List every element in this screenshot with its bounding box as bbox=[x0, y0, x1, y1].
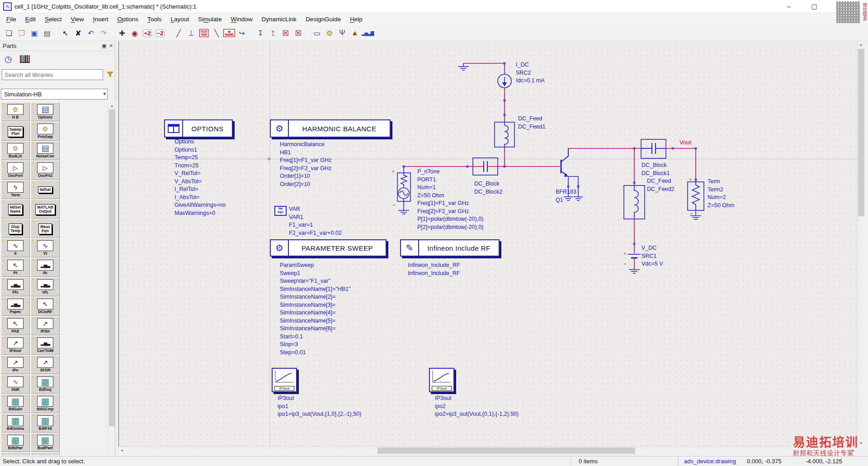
ip3out-component-1[interactable]: IP3out bbox=[272, 368, 297, 392]
part-item[interactable]: ▦ BdGain bbox=[1, 394, 30, 413]
part-item[interactable]: ▂▅▃ Vfc bbox=[31, 277, 60, 296]
part-item[interactable]: ▂▅▃ Pfc bbox=[1, 277, 30, 296]
deactivate-short[interactable]: ☒ bbox=[292, 27, 304, 39]
part-item[interactable]: ∿ SNR bbox=[1, 375, 30, 394]
menu-item[interactable]: Layout bbox=[166, 14, 193, 24]
part-item[interactable]: ⚙ H B bbox=[1, 102, 30, 121]
options-controller[interactable]: OPTIONS bbox=[164, 119, 233, 138]
part-item[interactable]: ϟ Term bbox=[1, 180, 30, 199]
menu-item[interactable]: View bbox=[66, 14, 89, 24]
open-design[interactable]: ❒ bbox=[16, 27, 28, 39]
tune-parameters[interactable]: Ψ bbox=[336, 27, 348, 39]
library-browser-icon[interactable] bbox=[20, 55, 30, 63]
dcfeed2-params[interactable]: DC_FeedDC_Feed2 bbox=[647, 177, 674, 193]
data-display-window[interactable]: ▭ bbox=[311, 27, 323, 39]
part-item[interactable]: MATLAB Output bbox=[31, 200, 60, 219]
zoom-out[interactable]: −2 bbox=[154, 27, 166, 39]
simulation-settings[interactable]: ⚙ bbox=[324, 27, 335, 39]
maximize-button[interactable]: ▢ bbox=[804, 0, 825, 13]
node-name[interactable]: ◆ NAME bbox=[223, 27, 235, 39]
part-item[interactable]: ↖ Pt bbox=[1, 258, 30, 277]
scroll-thumb[interactable] bbox=[377, 447, 635, 454]
var-params[interactable]: VARVAR1F1_var=1F2_var=F1_var+0.02 bbox=[289, 205, 342, 237]
part-item[interactable]: Disp Temp bbox=[1, 219, 30, 238]
vdc-params[interactable]: V_DCSRC1Vdc=5 V bbox=[642, 244, 663, 268]
select-pointer[interactable]: ↖ bbox=[60, 27, 71, 39]
palette-dropdown[interactable]: Simulation-HB ▾ bbox=[1, 89, 108, 100]
pan[interactable]: ✚ bbox=[116, 27, 128, 39]
menu-item[interactable]: Select bbox=[40, 14, 66, 24]
history-icon[interactable]: ◷ bbox=[5, 54, 12, 64]
simulate[interactable]: ▲ bbox=[349, 27, 361, 39]
ip3out-component-2[interactable]: IP3out bbox=[429, 368, 454, 392]
menu-item[interactable]: Help bbox=[345, 14, 367, 24]
filter-icon[interactable] bbox=[107, 71, 113, 80]
part-item[interactable]: ▦ bbox=[31, 452, 60, 455]
menu-item[interactable]: Window bbox=[226, 14, 257, 24]
part-item[interactable]: ↖ PAE bbox=[1, 316, 30, 335]
menu-item[interactable]: Options bbox=[113, 14, 143, 24]
dcblock1-params[interactable]: DC_BlockDC_Block1 bbox=[642, 162, 670, 177]
menu-item[interactable]: DesignGuide bbox=[301, 14, 345, 24]
ip3out1-params[interactable]: IP3outipo1ipo1=ip3_out(Vout,{1,0},{2,-1}… bbox=[278, 395, 361, 418]
part-item[interactable]: ⚙ PrmSwp bbox=[31, 122, 60, 141]
horizontal-scrollbar[interactable]: ◂ ▸ bbox=[118, 447, 857, 454]
part-item[interactable]: ▦ BdIP3d bbox=[31, 414, 60, 433]
pop-out-of-hierarchy[interactable]: ↥ bbox=[267, 27, 279, 39]
part-item[interactable]: ⚙ BudLin bbox=[1, 141, 30, 160]
q1-params[interactable]: BFR183Q1 bbox=[556, 188, 576, 204]
deactivate-component[interactable]: ☒ bbox=[280, 27, 292, 39]
part-item[interactable]: ↗ IPn bbox=[1, 355, 30, 374]
hb-params[interactable]: HarmonicBalanceHB1Freq[1]=F1_var GHzFreq… bbox=[280, 141, 331, 188]
part-item[interactable]: ▂▅▃ Ifc bbox=[31, 258, 60, 277]
part-item[interactable]: ▦ BdNPwr bbox=[1, 433, 30, 452]
new-design[interactable]: ❏ bbox=[3, 27, 15, 39]
ip3out2-params[interactable]: IP3outipo2ipo2=ip3_out(Vout,{0,1},{-1,2}… bbox=[435, 395, 519, 418]
scroll-up-button[interactable]: ▴ bbox=[858, 41, 864, 48]
infineon-include-controller[interactable]: ✎ Infineon Include RF bbox=[400, 239, 500, 257]
undo[interactable]: ↶ bbox=[85, 27, 97, 39]
part-item[interactable]: NdSet Name bbox=[1, 200, 30, 219]
part-item[interactable]: ∿ Vt bbox=[31, 238, 60, 257]
scroll-up-button[interactable]: ▴ bbox=[108, 102, 115, 109]
menu-item[interactable]: Tools bbox=[143, 14, 166, 24]
zoom-area[interactable]: ◉ bbox=[129, 27, 141, 39]
parameter-sweep-controller[interactable]: ⚙ PARAMETER SWEEP bbox=[270, 239, 387, 257]
scroll-down-button[interactable]: ▾ bbox=[858, 440, 864, 447]
close-icon[interactable]: ✕ bbox=[109, 43, 113, 49]
insert-var[interactable]: 0110 VAR bbox=[198, 27, 210, 39]
part-item[interactable]: ↗ IP3out bbox=[1, 336, 30, 355]
part-item[interactable]: ↗ SFDR bbox=[31, 355, 60, 374]
minimize-button[interactable]: – bbox=[778, 0, 799, 13]
save-design[interactable]: ▣ bbox=[28, 27, 40, 39]
menu-item[interactable]: File bbox=[2, 14, 21, 24]
part-item[interactable]: ▦ Bdfreq bbox=[31, 375, 60, 394]
part-item[interactable]: ▦ BdGCmp bbox=[31, 394, 60, 413]
part-item[interactable]: ▦ BdGmma bbox=[1, 414, 30, 433]
part-item[interactable]: ▂▅▃ CarrToIM bbox=[31, 336, 60, 355]
spectrum-display[interactable]: ▂▅▃▇ bbox=[362, 27, 373, 39]
scroll-thumb[interactable] bbox=[109, 109, 115, 426]
redo[interactable]: ↷ bbox=[98, 27, 109, 39]
infineon-params[interactable]: Infineon_Include_RFInfineon_Include_RF bbox=[408, 262, 460, 277]
dock-icon[interactable]: ▣ bbox=[102, 43, 106, 49]
wire-route[interactable]: ↪ bbox=[236, 27, 248, 39]
part-item[interactable]: ↗ IP3in bbox=[31, 316, 60, 335]
part-item[interactable]: ▂▅▃ Pspec bbox=[1, 297, 30, 316]
options-params[interactable]: OptionsOptions1Temp=25Tnom=25V_RelTol=V_… bbox=[175, 138, 226, 217]
part-item[interactable]: ▷ OscPrt2 bbox=[31, 161, 60, 180]
insert-wire[interactable]: ╱ bbox=[173, 27, 184, 39]
dcfeed1-params[interactable]: DC_FeedDC_Feed1 bbox=[518, 115, 545, 131]
idc-params[interactable]: I_DCSRC2Idc=0.1 mA bbox=[516, 61, 545, 85]
insert-wire-label[interactable]: ╲ bbox=[211, 27, 222, 39]
paramsweep-params[interactable]: ParamSweepSweep1SweepVar="F1_var"SimInst… bbox=[280, 262, 351, 357]
schematic-canvas[interactable]: + bbox=[118, 41, 857, 447]
context-link[interactable]: ads_device:drawing bbox=[684, 458, 736, 465]
parts-scrollbar[interactable]: ▴ ▾ bbox=[108, 102, 115, 466]
scroll-thumb[interactable] bbox=[858, 49, 864, 216]
delete[interactable]: ✘ bbox=[72, 27, 84, 39]
part-item[interactable]: ▤ NoiseCon bbox=[31, 141, 60, 160]
part-item[interactable]: ▷ OscPort bbox=[1, 161, 30, 180]
menu-item[interactable]: DynamicLink bbox=[257, 14, 301, 24]
print[interactable]: ▤ bbox=[41, 27, 53, 39]
